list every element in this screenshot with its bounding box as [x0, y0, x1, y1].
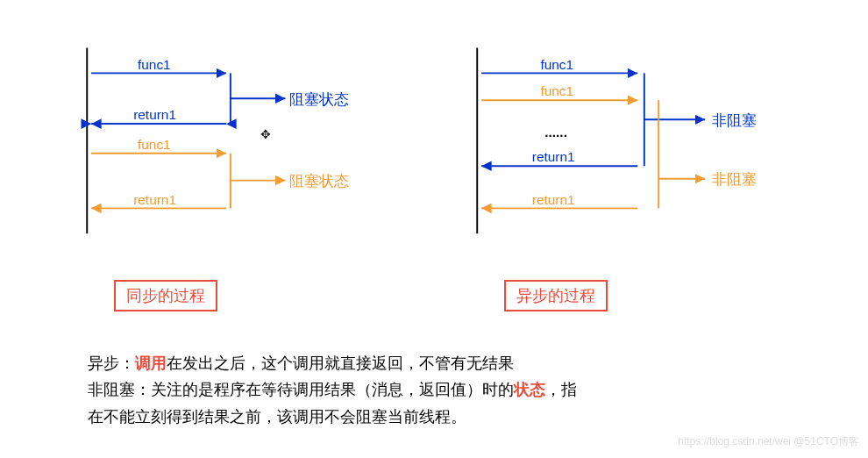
nonblocking-1: 非阻塞: [712, 111, 757, 129]
blocking-state-2: 阻塞状态: [289, 172, 349, 190]
func1-label-2: func1: [540, 83, 573, 98]
sync-caption: 同步的过程: [114, 280, 217, 311]
nonblocking-2: 非阻塞: [712, 170, 757, 188]
async-caption: 异步的过程: [504, 280, 608, 311]
func1-label-2: func1: [138, 137, 171, 152]
return1-label: return1: [133, 107, 176, 122]
row3: 在不能立刻得到结果之前，该调用不会阻塞当前线程。: [88, 408, 466, 426]
async-diagram: func1 func1 ...... return1 return1 非阻塞 非…: [460, 26, 798, 272]
row1-rest: 在发出之后，这个调用就直接返回，不管有无结果: [167, 354, 514, 372]
ellipsis: ......: [544, 125, 567, 140]
return1-label: return1: [532, 149, 575, 164]
sync-diagram: func1 return1 阻塞状态 func1 return1 阻塞状态 ✥ …: [70, 26, 408, 272]
return1-label-2: return1: [133, 192, 176, 207]
func1-label: func1: [540, 57, 573, 72]
row2-red: 状态: [514, 381, 545, 398]
return1-label-2: return1: [532, 192, 575, 207]
blocking-state-1: 阻塞状态: [289, 90, 349, 108]
explanation-text: 异步：调用在发出之后，这个调用就直接返回，不管有无结果 非阻塞：关注的是程序在等…: [88, 351, 789, 432]
watermark: https://blog.csdn.net/wei @51CTO博客: [678, 434, 859, 449]
row1-prefix: 异步：: [88, 354, 135, 372]
row1-red: 调用: [135, 354, 167, 372]
row2-prefix: 非阻塞：关注的是程序在等待调用结果（消息，返回值）时的: [88, 381, 514, 398]
func1-label: func1: [138, 57, 171, 72]
row2-rest: ，指: [545, 381, 577, 398]
